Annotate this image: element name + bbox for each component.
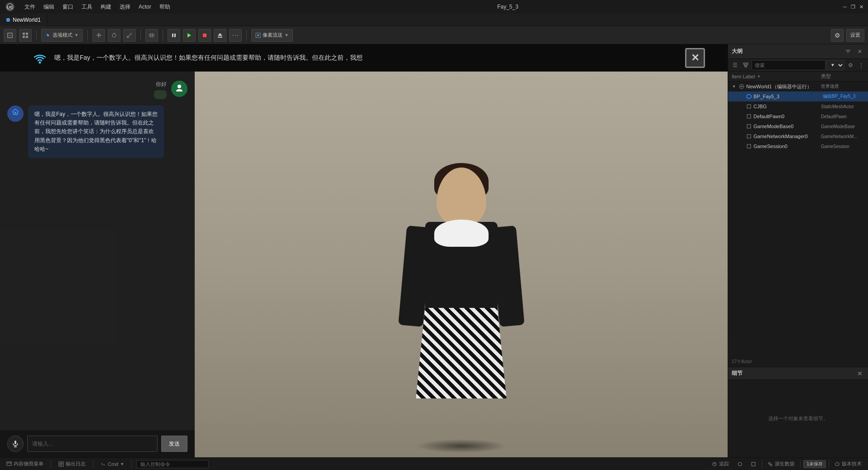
menu-help[interactable]: 帮助 (156, 2, 174, 12)
status-right: 追踪 源生数据 1未保存 版本技术 (709, 460, 864, 468)
chat-overlay: 你好 嗯，我是Fay，一个数字人。很高兴认识您！如果您有任何问题或需要帮助，请随… (0, 72, 728, 457)
menu-file[interactable]: 文件 (21, 2, 39, 12)
close-button[interactable]: ✕ (858, 4, 864, 10)
status-content-browser[interactable]: 内容侧滑菜单 (4, 460, 46, 467)
tree-item-1[interactable]: BP_Fay5_3编辑BP_Fay5_3 (728, 91, 868, 101)
menu-bar: 文件 编辑 窗口 工具 构建 选择 Actor 帮助 (21, 2, 174, 12)
pixel-stream-btn[interactable]: 像素流送 ▼ (251, 29, 293, 42)
window-title: Fay_5_3 (497, 4, 518, 10)
chat-input[interactable] (27, 436, 158, 452)
status-sep-5 (800, 460, 801, 468)
menu-actor[interactable]: Actor (135, 3, 155, 11)
svg-rect-3 (23, 33, 25, 35)
pause-btn[interactable] (168, 29, 180, 42)
settings-label-btn[interactable]: 设置 (846, 29, 864, 42)
status-sep-6 (829, 460, 829, 468)
svg-point-7 (112, 34, 116, 37)
user-avatar (171, 81, 187, 97)
minimize-button[interactable]: ─ (842, 4, 848, 10)
outline-toolbar: ☰ ▼ ⚙ ⋮ (728, 59, 868, 72)
tree-item-0[interactable]: ▼NewWorld1（编辑器中运行）世界场景 (728, 82, 868, 91)
maximize-button[interactable]: ❐ (850, 4, 856, 10)
outline-options-btn[interactable]: ⋮ (856, 60, 866, 70)
outline-filter-btn[interactable] (844, 47, 853, 56)
play-btn[interactable] (183, 29, 196, 42)
more-btn[interactable]: ⋯ (229, 29, 242, 42)
tab-newworld1[interactable]: NewWorld1 (0, 14, 48, 26)
status-cmd[interactable]: Cmd ▼ (98, 461, 127, 467)
actor-count: 17个Actor (728, 357, 868, 367)
settings-btn[interactable]: ⚙ (831, 29, 844, 42)
outline-hierarchy-btn[interactable] (741, 60, 751, 70)
tree-icon-2 (745, 103, 753, 110)
status-unsaved-badge[interactable]: 1未保存 (803, 460, 826, 468)
tree-item-4[interactable]: GameModeBase0GameModeBase (728, 121, 868, 131)
tree-type-6: GameSession (821, 144, 866, 149)
tab-dot (6, 18, 10, 22)
menu-tools[interactable]: 工具 (78, 2, 96, 12)
tree-type-0: 世界场景 (821, 83, 866, 90)
tree-name-1: BP_Fay5_3 (753, 94, 820, 99)
toolbar-home-btn[interactable] (4, 29, 16, 42)
tree-arrow-0: ▼ (731, 83, 737, 90)
outline-tree[interactable]: ▼NewWorld1（编辑器中运行）世界场景BP_Fay5_3编辑BP_Fay5… (728, 82, 868, 357)
toolbar-transform-btn[interactable] (92, 29, 105, 42)
viewport[interactable]: 嗯，我是Fay，一个数字人。很高兴认识您！如果您有任何问题或需要帮助，请随时告诉… (0, 44, 728, 457)
menu-select[interactable]: 选择 (116, 2, 134, 12)
main-layout: 嗯，我是Fay，一个数字人。很高兴认识您！如果您有任何问题或需要帮助，请随时告诉… (0, 44, 868, 457)
eject-btn[interactable] (214, 29, 226, 42)
overlay-close-btn[interactable]: ✕ (685, 48, 705, 68)
outline-view-select[interactable]: ▼ (826, 60, 844, 70)
svg-rect-14 (203, 34, 206, 37)
outline-settings-btn[interactable]: ⚙ (845, 60, 855, 70)
tree-item-3[interactable]: DefaultPawn0DefaultPawn (728, 111, 868, 121)
stop-btn[interactable] (198, 29, 211, 42)
outline-close-btn[interactable]: ✕ (855, 47, 864, 56)
status-sep-3 (131, 460, 132, 468)
menu-build[interactable]: 构建 (97, 2, 115, 12)
bot-bubble: 嗯，我是Fay，一个数字人。很高兴认识您！如果您有任何问题或需要帮助，请随时告诉… (28, 106, 164, 158)
status-sep-4 (762, 460, 762, 468)
status-trace[interactable]: 追踪 (709, 460, 732, 467)
toolbar-snap-btn[interactable] (145, 29, 158, 42)
outline-search-input[interactable] (752, 60, 825, 70)
svg-rect-5 (23, 36, 25, 38)
status-version[interactable]: 版本技术 (832, 460, 864, 467)
toolbar-sep-3 (140, 30, 141, 41)
send-button[interactable]: 发送 (161, 436, 187, 452)
svg-rect-39 (747, 125, 751, 128)
tree-item-5[interactable]: GameNetworkManager0GameNetworkM... (728, 131, 868, 141)
ue-logo-inner: UE (5, 2, 15, 12)
right-panel: 大纲 ✕ ☰ ▼ ⚙ ⋮ Item Label ▼ 类型 (728, 44, 868, 457)
toolbar-scale-btn[interactable] (123, 29, 136, 42)
menu-window[interactable]: 窗口 (59, 2, 77, 12)
tree-icon-1 (745, 93, 753, 100)
mic-button[interactable] (7, 436, 24, 452)
status-icons[interactable] (734, 461, 745, 467)
tree-item-2[interactable]: CJBGStaticMeshActor (728, 101, 868, 111)
svg-rect-8 (149, 34, 154, 36)
tree-icon-6 (745, 143, 753, 150)
select-mode-btn[interactable]: 选项模式 ▼ (41, 29, 83, 42)
status-output-log[interactable]: 输出日志 (56, 460, 88, 467)
bot-avatar-icon (11, 108, 20, 120)
svg-rect-6 (26, 36, 28, 38)
details-title: 细节 (732, 369, 855, 377)
tree-item-6[interactable]: GameSession0GameSession (728, 141, 868, 151)
menu-edit[interactable]: 编辑 (40, 2, 58, 12)
details-close-btn[interactable]: ✕ (855, 369, 864, 378)
tree-icon-0 (738, 83, 745, 90)
tree-icon-4 (745, 123, 753, 130)
status-icons-2[interactable] (748, 461, 759, 467)
top-message-bar: 嗯，我是Fay，一个数字人。很高兴认识您！如果您有任何问题或需要帮助，请随时告诉… (0, 44, 728, 72)
svg-point-20 (177, 85, 181, 88)
outline-list-view-btn[interactable]: ☰ (730, 60, 740, 70)
toolbar-rotate-btn[interactable] (108, 29, 120, 42)
tree-arrow-4 (738, 123, 744, 129)
svg-marker-15 (218, 33, 222, 36)
toolbar-grid-btn[interactable] (19, 29, 32, 42)
status-source-control[interactable]: 源生数据 (765, 460, 797, 467)
tree-name-0: NewWorld1（编辑器中运行） (746, 83, 820, 90)
cmd-input[interactable] (136, 460, 209, 468)
details-content: 选择一个对象来查看细节。 (728, 380, 868, 457)
